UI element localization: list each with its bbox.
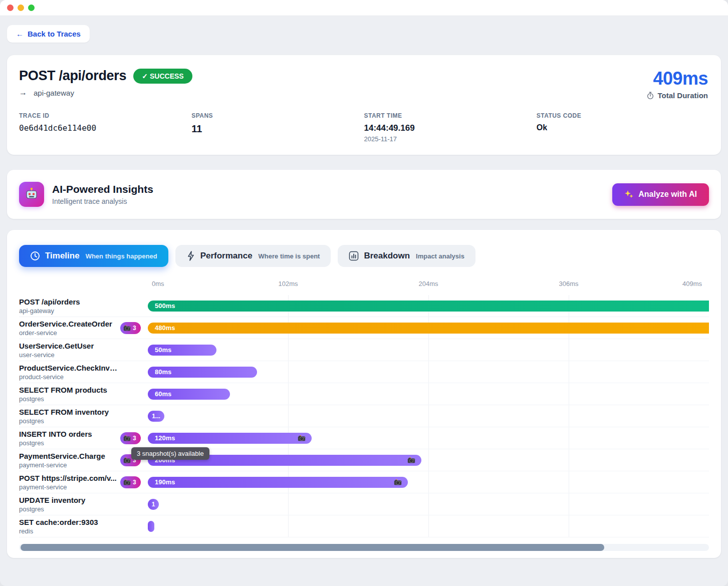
timeline-row[interactable]: UPDATE inventorypostgres1: [19, 493, 709, 515]
timeline-row[interactable]: ProductService.CheckInventoryproduct-ser…: [19, 361, 709, 383]
span-chart-cell: 80ms: [148, 361, 709, 383]
axis-tick: 306ms: [559, 280, 578, 287]
timeline-row[interactable]: OrderService.CreateOrderorder-service 34…: [19, 317, 709, 339]
minimize-window-icon[interactable]: [18, 5, 24, 11]
axis-tick: 0ms: [152, 280, 164, 287]
camera-icon[interactable]: [407, 457, 415, 463]
span-duration-bar[interactable]: 50ms: [148, 345, 216, 356]
horizontal-scrollbar-thumb[interactable]: [21, 544, 604, 551]
meta-value: 14:44:49.169: [364, 123, 537, 133]
meta-label: STATUS CODE: [537, 112, 709, 119]
span-name: POST https://stripe.com/v...: [19, 474, 118, 482]
window-titlebar: [0, 0, 728, 16]
maximize-window-icon[interactable]: [28, 5, 35, 11]
timeline-row[interactable]: POST /api/ordersapi-gateway500ms: [19, 295, 709, 317]
lightning-icon: [186, 251, 195, 261]
timeline-row[interactable]: SELECT FROM inventorypostgres1...: [19, 405, 709, 427]
span-name: UserService.GetUser: [19, 342, 118, 350]
close-window-icon[interactable]: [7, 5, 14, 11]
span-duration-label: 190ms: [148, 478, 175, 486]
span-name: INSERT INTO orders: [19, 430, 118, 438]
span-duration-label: 60ms: [148, 390, 171, 398]
span-chart-cell: 1: [148, 493, 709, 515]
span-duration-bar[interactable]: 80ms: [148, 367, 257, 378]
camera-icon: [123, 435, 131, 441]
span-label-cell: UPDATE inventorypostgres: [19, 496, 148, 513]
span-duration-bar[interactable]: 480ms: [148, 323, 709, 334]
span-name: UPDATE inventory: [19, 496, 118, 504]
camera-icon: [123, 325, 131, 331]
timeline-row[interactable]: SET cache:order:9303redis: [19, 515, 709, 537]
span-duration-bar[interactable]: 190ms: [148, 477, 408, 488]
span-service: postgres: [19, 417, 118, 425]
tab-breakdown[interactable]: Breakdown Impact analysis: [338, 245, 475, 267]
snapshot-count-badge[interactable]: 3: [120, 476, 141, 488]
span-service: user-service: [19, 351, 118, 359]
axis-tick: 102ms: [278, 280, 298, 287]
app-window: ← Back to Traces POST /api/orders ✓ SUCC…: [0, 0, 728, 586]
span-chart-cell: 120ms: [148, 427, 709, 449]
timeline-row[interactable]: SELECT FROM productspostgres60ms: [19, 383, 709, 405]
span-duration-bar[interactable]: 500ms: [148, 301, 709, 312]
span-duration-bar[interactable]: 60ms: [148, 389, 230, 400]
clock-icon: [30, 251, 40, 261]
page-title: POST /api/orders: [19, 68, 126, 84]
snapshot-count-badge[interactable]: 3: [120, 322, 141, 334]
back-button-label: Back to Traces: [28, 30, 81, 38]
snapshot-count: 3: [133, 325, 136, 332]
meta-label: START TIME: [364, 112, 537, 119]
snapshot-tooltip: 3 snapshot(s) available: [131, 447, 209, 460]
span-chart-cell: 480ms: [148, 317, 709, 339]
span-duration-bar[interactable]: 1: [148, 499, 159, 510]
camera-icon: [123, 457, 131, 463]
span-chart-cell: [148, 515, 709, 537]
span-duration-label: 80ms: [148, 368, 171, 376]
meta-label: SPANS: [191, 112, 364, 119]
meta-status-code: STATUS CODE Ok: [537, 112, 709, 143]
span-name: SELECT FROM inventory: [19, 408, 118, 416]
tab-hint: Impact analysis: [416, 252, 464, 260]
time-axis: 0ms 102ms 204ms 306ms 409ms: [148, 280, 709, 288]
span-duration-label: 480ms: [148, 324, 175, 332]
tab-performance[interactable]: Performance Where time is spent: [175, 245, 331, 267]
timeline-row[interactable]: PaymentService.Chargepayment-service 320…: [19, 449, 709, 471]
trace-timeline-card: Timeline When things happened Performanc…: [7, 230, 721, 558]
span-service: postgres: [19, 439, 118, 447]
snapshot-count: 3: [133, 435, 136, 442]
timeline-row[interactable]: UserService.GetUseruser-service50ms: [19, 339, 709, 361]
status-badge: ✓ SUCCESS: [133, 69, 192, 84]
camera-icon[interactable]: [298, 435, 306, 441]
span-service: postgres: [19, 395, 118, 403]
service-arrow-icon: →: [19, 88, 27, 97]
tab-timeline[interactable]: Timeline When things happened: [19, 245, 168, 267]
span-name: SET cache:order:9303: [19, 518, 118, 526]
span-duration-bar[interactable]: [148, 521, 154, 532]
camera-icon: [123, 479, 131, 485]
span-chart-cell: 190ms: [148, 471, 709, 493]
span-name: ProductService.CheckInventory: [19, 364, 118, 372]
span-label-cell: SET cache:order:9303redis: [19, 518, 148, 535]
meta-trace-id: TRACE ID 0e6d41dc6e114e00: [19, 112, 191, 143]
tab-label: Timeline: [45, 251, 80, 261]
horizontal-scrollbar-track[interactable]: [19, 544, 709, 551]
span-label-cell: ProductService.CheckInventoryproduct-ser…: [19, 364, 148, 381]
robot-icon: [19, 182, 44, 207]
span-duration-bar[interactable]: 120ms: [148, 433, 312, 444]
sparkles-icon: [624, 190, 634, 199]
snapshot-count-badge[interactable]: 3: [120, 432, 141, 444]
timeline-row[interactable]: POST https://stripe.com/v...payment-serv…: [19, 471, 709, 493]
camera-icon[interactable]: [394, 479, 402, 485]
span-name: PaymentService.Charge: [19, 452, 118, 460]
span-label-cell: UserService.GetUseruser-service: [19, 342, 148, 359]
span-name: OrderService.CreateOrder: [19, 320, 118, 328]
span-label-cell: SELECT FROM productspostgres: [19, 386, 148, 403]
ai-insights-title: AI-Powered Insights: [52, 183, 153, 195]
meta-spans: SPANS 11: [191, 112, 364, 143]
span-chart-cell: 1...: [148, 405, 709, 427]
back-to-traces-button[interactable]: ← Back to Traces: [7, 25, 90, 43]
span-duration-bar[interactable]: 1...: [148, 411, 164, 422]
meta-start-time: START TIME 14:44:49.169 2025-11-17: [364, 112, 537, 143]
timeline-row[interactable]: INSERT INTO orderspostgres 3120ms: [19, 427, 709, 449]
tab-label: Performance: [200, 251, 253, 261]
analyze-with-ai-button[interactable]: Analyze with AI: [612, 183, 709, 206]
